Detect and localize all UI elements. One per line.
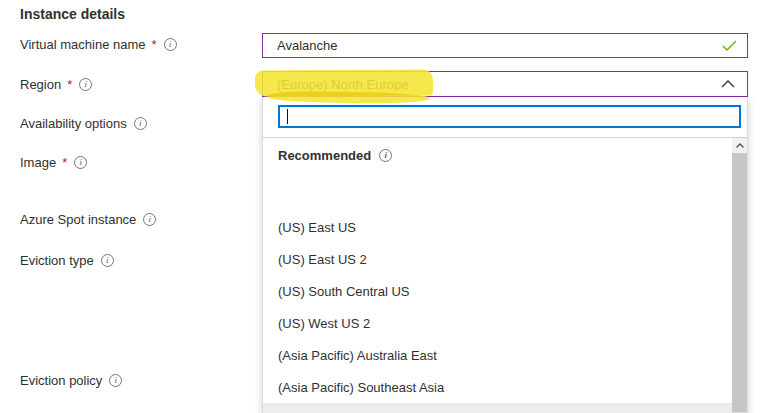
field-label-row-vm-name: Virtual machine name* i [20, 35, 177, 53]
info-icon[interactable]: i [134, 117, 147, 130]
region-option[interactable]: (US) East US [263, 211, 732, 243]
required-marker: * [67, 77, 72, 92]
region-dropdown[interactable]: (Europe) North Europe [262, 71, 748, 97]
field-label: Azure Spot instance [20, 212, 136, 227]
region-option[interactable]: (US) West US 2 [263, 307, 732, 339]
field-label-row-eviction-type: Eviction type i [20, 251, 114, 269]
required-marker: * [62, 155, 67, 170]
field-label: Eviction type [20, 253, 94, 268]
scrollbar[interactable] [732, 138, 747, 412]
section-title: Instance details [20, 6, 125, 22]
field-label: Virtual machine name [20, 37, 146, 52]
info-icon[interactable]: i [164, 38, 177, 51]
field-label-row-availability-options: Availability options i [20, 114, 147, 132]
vm-name-value: Avalanche [277, 38, 722, 53]
vm-create-instance-details-section: Instance details Virtual machine name* i… [0, 0, 769, 413]
region-option-selected[interactable]: (Europe) North Europe [263, 403, 732, 413]
info-icon[interactable]: i [143, 213, 156, 226]
region-option[interactable]: (US) South Central US [263, 275, 732, 307]
info-icon[interactable]: i [101, 254, 114, 267]
field-label: Eviction policy [20, 373, 102, 388]
field-label: Availability options [20, 116, 127, 131]
region-selected-value: (Europe) North Europe [277, 77, 721, 92]
field-label-row-eviction-policy: Eviction policy i [20, 371, 122, 389]
region-option[interactable]: (Asia Pacific) Australia East [263, 339, 732, 371]
text-caret [287, 109, 288, 124]
info-icon[interactable]: i [74, 156, 87, 169]
field-label-row-image: Image* i [20, 153, 87, 171]
scrollbar-thumb[interactable] [732, 153, 747, 412]
field-label-row-azure-spot-instance: Azure Spot instance i [20, 210, 156, 228]
info-icon[interactable]: i [79, 78, 92, 91]
field-label: Region [20, 77, 61, 92]
region-option[interactable]: (US) East US 2 [263, 243, 732, 275]
region-search-field[interactable] [278, 105, 741, 128]
info-icon[interactable]: i [379, 149, 392, 162]
field-label-row-region: Region* i [20, 75, 92, 93]
field-label: Image [20, 155, 56, 170]
checkmark-icon [722, 40, 737, 51]
info-icon[interactable]: i [109, 374, 122, 387]
chevron-up-icon [721, 80, 735, 88]
group-header-recommended: Recommended i [263, 139, 732, 171]
required-marker: * [152, 37, 157, 52]
chevron-up-small-icon [736, 143, 744, 148]
region-options-list: Recommended i (US) East US (US) East US … [263, 137, 747, 412]
vm-name-input[interactable]: Avalanche [262, 33, 748, 58]
region-dropdown-panel: Recommended i (US) East US (US) East US … [262, 97, 748, 413]
group-header-label: Recommended [278, 148, 371, 163]
scroll-up-button[interactable] [732, 138, 747, 153]
region-option[interactable]: (Asia Pacific) Southeast Asia [263, 371, 732, 403]
region-search-input[interactable] [280, 107, 739, 126]
